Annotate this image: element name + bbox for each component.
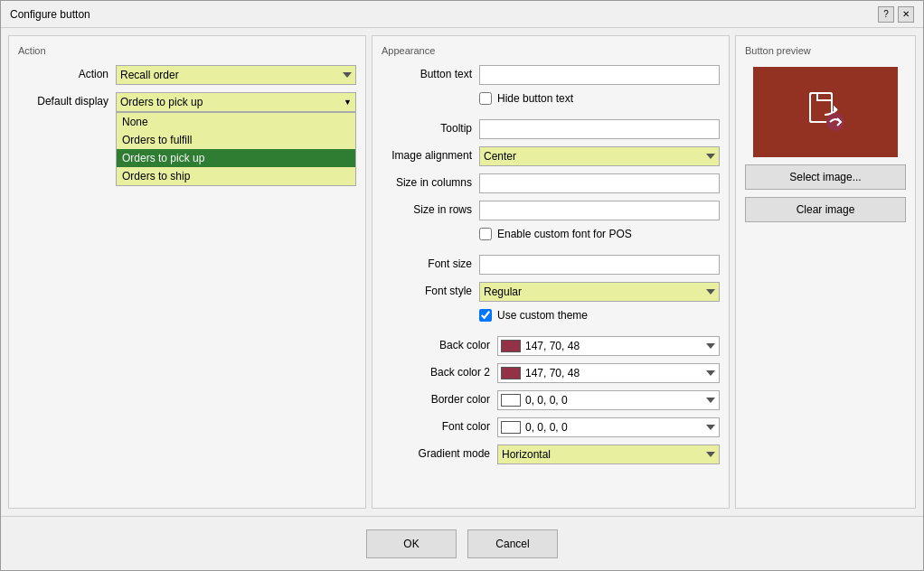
hide-button-text-row: Hide button text — [382, 92, 720, 112]
hide-button-text-checkbox[interactable] — [479, 92, 492, 105]
font-style-label: Font style — [382, 282, 472, 297]
back-color-label: Back color — [400, 336, 490, 351]
enable-custom-font-label: Enable custom font for POS — [497, 228, 632, 240]
border-color-control: 0, 0, 0, 0 — [497, 390, 720, 410]
gradient-mode-select[interactable]: Horizontal Vertical None — [497, 445, 720, 464]
size-rows-control: 2 — [479, 201, 720, 220]
enable-custom-font-checkbox-row: Enable custom font for POS — [479, 228, 632, 240]
default-display-value: Orders to pick up — [120, 96, 203, 108]
font-color-label: Font color — [400, 417, 490, 433]
action-panel: Action Action Recall order Default displ… — [8, 35, 366, 509]
title-bar: Configure button ? ✕ — [1, 1, 923, 28]
font-size-input[interactable]: 12 — [479, 255, 720, 275]
back-color-select[interactable]: 147, 70, 48 — [497, 336, 720, 356]
tooltip-input[interactable] — [479, 119, 720, 139]
use-custom-theme-spacer — [382, 309, 472, 312]
border-color-row: Border color 0, 0, 0, 0 — [382, 390, 720, 410]
button-preview-title: Button preview — [745, 45, 906, 56]
action-label: Action — [18, 65, 108, 80]
action-dropdown-wrapper: Recall order — [116, 65, 356, 85]
tooltip-row: Tooltip — [382, 119, 720, 139]
font-color-row: Font color 0, 0, 0, 0 — [382, 417, 720, 437]
button-preview-panel: Button preview Select image... Clear ima… — [735, 35, 916, 509]
appearance-panel: Appearance Button text Recall order Hide… — [372, 35, 730, 509]
size-columns-input[interactable]: 2 — [479, 173, 720, 193]
border-color-label: Border color — [400, 390, 490, 406]
clear-image-button[interactable]: Clear image — [745, 197, 906, 222]
hide-button-text-checkbox-row: Hide button text — [479, 92, 573, 105]
button-text-input[interactable]: Recall order — [479, 65, 720, 85]
configure-button-dialog: Configure button ? ✕ Action Action Recal… — [0, 0, 924, 571]
font-color-select[interactable]: 0, 0, 0, 0 — [497, 417, 720, 437]
chevron-down-icon: ▼ — [344, 98, 352, 107]
size-columns-control: 2 — [479, 173, 720, 193]
default-display-control: Orders to pick up ▼ None Orders to fulfi… — [116, 92, 356, 112]
use-custom-theme-row: Use custom theme — [382, 309, 720, 329]
button-text-control: Recall order — [479, 65, 720, 85]
image-alignment-select[interactable]: Center Left Right — [479, 146, 720, 166]
back-color-control: 147, 70, 48 — [497, 336, 720, 356]
size-columns-row: Size in columns 2 — [382, 173, 720, 193]
dropdown-item-pickup[interactable]: Orders to pick up — [117, 149, 355, 167]
close-button[interactable]: ✕ — [898, 6, 914, 23]
gradient-mode-control: Horizontal Vertical None — [497, 445, 720, 464]
tooltip-label: Tooltip — [382, 119, 472, 135]
dialog-body: Action Action Recall order Default displ… — [1, 28, 923, 516]
default-display-label: Default display — [18, 92, 108, 108]
appearance-panel-title: Appearance — [382, 45, 720, 56]
title-bar-buttons: ? ✕ — [878, 6, 914, 23]
font-color-control: 0, 0, 0, 0 — [497, 417, 720, 437]
dropdown-item-none[interactable]: None — [117, 113, 355, 131]
image-alignment-row: Image alignment Center Left Right — [382, 146, 720, 166]
font-style-row: Font style Regular Bold Italic — [382, 282, 720, 302]
default-display-dropdown: None Orders to fulfill Orders to pick up… — [116, 112, 356, 186]
font-size-control: 12 — [479, 255, 720, 275]
preview-button — [753, 67, 898, 157]
font-style-control: Regular Bold Italic — [479, 282, 720, 302]
font-size-row: Font size 12 — [382, 255, 720, 275]
size-rows-label: Size in rows — [382, 201, 472, 216]
default-display-select[interactable]: Orders to pick up ▼ — [116, 92, 356, 112]
size-rows-input[interactable]: 2 — [479, 201, 720, 220]
use-custom-theme-label: Use custom theme — [497, 309, 588, 322]
action-panel-title: Action — [18, 45, 356, 56]
size-rows-row: Size in rows 2 — [382, 201, 720, 220]
dropdown-item-ship[interactable]: Orders to ship — [117, 167, 355, 185]
font-style-select[interactable]: Regular Bold Italic — [479, 282, 720, 302]
dialog-title: Configure button — [10, 8, 90, 21]
image-alignment-label: Image alignment — [382, 146, 472, 162]
default-display-row: Default display Orders to pick up ▼ None… — [18, 92, 356, 112]
enable-custom-font-spacer — [382, 228, 472, 230]
back-color2-select[interactable]: 147, 70, 48 — [497, 363, 720, 383]
action-select[interactable]: Recall order — [116, 65, 356, 85]
ok-button[interactable]: OK — [366, 529, 457, 558]
button-text-row: Button text Recall order — [382, 65, 720, 85]
back-color2-row: Back color 2 147, 70, 48 — [382, 363, 720, 383]
recall-order-icon — [803, 89, 848, 135]
font-size-label: Font size — [382, 255, 472, 270]
border-color-select[interactable]: 0, 0, 0, 0 — [497, 390, 720, 410]
cancel-button[interactable]: Cancel — [467, 529, 558, 558]
enable-custom-font-checkbox[interactable] — [479, 228, 492, 240]
hide-button-text-spacer — [382, 92, 472, 95]
enable-custom-font-row: Enable custom font for POS — [382, 228, 720, 248]
help-button[interactable]: ? — [878, 6, 894, 23]
image-alignment-control: Center Left Right — [479, 146, 720, 166]
back-color2-control: 147, 70, 48 — [497, 363, 720, 383]
hide-button-text-label: Hide button text — [497, 92, 573, 105]
use-custom-theme-checkbox-row: Use custom theme — [479, 309, 588, 322]
back-color2-label: Back color 2 — [400, 363, 490, 379]
select-image-button[interactable]: Select image... — [745, 164, 906, 190]
dialog-footer: OK Cancel — [1, 516, 923, 570]
action-row: Action Recall order — [18, 65, 356, 85]
back-color-row: Back color 147, 70, 48 — [382, 336, 720, 356]
tooltip-control — [479, 119, 720, 139]
gradient-mode-row: Gradient mode Horizontal Vertical None — [382, 445, 720, 464]
dropdown-item-fulfill[interactable]: Orders to fulfill — [117, 131, 355, 149]
size-columns-label: Size in columns — [382, 173, 472, 189]
button-text-label: Button text — [382, 65, 472, 80]
gradient-mode-label: Gradient mode — [400, 445, 490, 460]
use-custom-theme-checkbox[interactable] — [479, 309, 492, 322]
